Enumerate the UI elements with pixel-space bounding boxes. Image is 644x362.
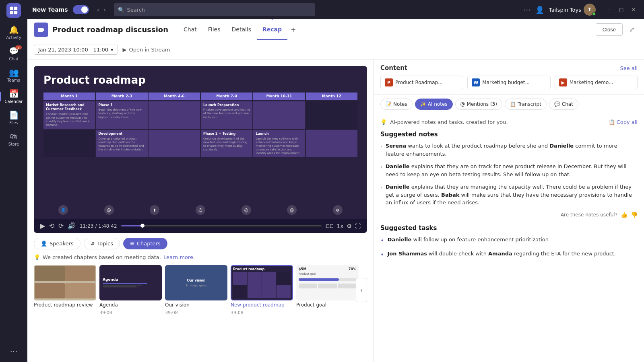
learn-more-link[interactable]: Learn more. <box>163 254 195 260</box>
phase-market: Market Research and Customer Feedback Co… <box>43 101 95 129</box>
meeting-header-right: Close ⤢ <box>596 23 638 36</box>
slide-content: Month 1 Month 2-3 Month 4-6 Month 7-9 Mo… <box>43 93 357 177</box>
file-item-ppt[interactable]: P Product Roadmap... <box>380 76 463 89</box>
settings-button[interactable]: ⚙ <box>347 223 352 229</box>
chapter-time-3: 39:08 <box>165 310 227 315</box>
search-placeholder: Search <box>127 7 145 13</box>
month-6: Month 12 <box>306 93 357 100</box>
thumbs-up-button[interactable]: 👍 <box>621 212 627 218</box>
teams-toggle[interactable] <box>73 5 89 14</box>
bullet-icon: • <box>380 236 384 246</box>
svg-rect-0 <box>10 7 13 10</box>
sidebar-item-files[interactable]: 📄 Files <box>0 108 27 128</box>
rewind-button[interactable]: ⟲ <box>49 222 54 230</box>
expand-button[interactable]: ⤢ <box>626 23 638 36</box>
month-5: Month 10-11 <box>253 93 305 100</box>
chapter-thumb-1[interactable] <box>34 265 96 300</box>
volume-button[interactable]: 🔊 <box>68 222 76 230</box>
file-name-video: Marketing demo... <box>570 80 613 85</box>
video-time: 11:23 / 1:48:42 <box>80 223 117 229</box>
play-button[interactable]: ▶ <box>40 222 45 230</box>
add-tab-button[interactable]: + <box>287 26 299 33</box>
sidebar-item-calendar[interactable]: 📅 Calendar <box>0 86 27 106</box>
close-meeting-button[interactable]: Close <box>596 23 623 36</box>
app-logo[interactable] <box>6 3 21 18</box>
video-ctrl-right: CC 1x ⚙ ⛶ <box>326 223 361 229</box>
phase-1b <box>149 101 200 129</box>
topics-tab[interactable]: # Topics <box>84 238 120 249</box>
sidebar-item-more[interactable]: ··· <box>0 344 27 359</box>
tab-transcript[interactable]: 📋 Transcript <box>505 99 547 110</box>
tab-files[interactable]: Files <box>202 19 226 40</box>
tab-recap[interactable]: ↓ Recap <box>257 19 287 40</box>
chat-badge: 2 <box>15 45 22 49</box>
chat-icon: 💬 <box>554 101 560 107</box>
fullscreen-button[interactable]: ⛶ <box>355 223 361 229</box>
sidebar-item-label: Files <box>9 121 18 125</box>
video-player: Product roadmap Month 1 Month 2-3 Month … <box>34 66 367 233</box>
word-icon: W <box>472 78 480 86</box>
content-files: P Product Roadmap... W Marketing budget.… <box>380 76 638 89</box>
fast-forward-button[interactable]: ⟳ <box>58 222 64 230</box>
app-name: New Teams <box>32 6 68 13</box>
notes-icon: 📝 <box>386 101 392 107</box>
progress-bar[interactable] <box>121 225 322 226</box>
date-selector[interactable]: Jan 21, 2023 10:00 - 11:00 ▾ <box>34 45 118 55</box>
copy-all-button[interactable]: 📋 Copy all <box>609 119 638 125</box>
sub-header: Jan 21, 2023 10:00 - 11:00 ▾ ▶ Open in S… <box>27 40 644 60</box>
file-item-video[interactable]: ▶ Marketing demo... <box>555 76 638 89</box>
content-area: Product roadmap discussion Chat Files De… <box>27 19 644 362</box>
chat-tab-label: Chat <box>562 101 573 107</box>
tab-ai-notes[interactable]: ✨ AI notes <box>415 99 453 110</box>
chapter-thumb-2[interactable]: Agenda <box>99 265 162 300</box>
chapters-next-button[interactable]: › <box>356 278 367 302</box>
store-icon: 🛍 <box>10 132 18 141</box>
presence-icon: 👤 <box>535 6 544 14</box>
chapters-tab[interactable]: ≡ Chapters <box>123 238 167 249</box>
minimize-button[interactable]: – <box>604 4 615 15</box>
open-stream-button[interactable]: ▶ Open in Stream <box>123 47 170 53</box>
chapter-thumb-5[interactable]: $5M 70% Product goal <box>296 265 359 300</box>
chapter-thumb-4[interactable]: Product roadmap <box>231 265 293 300</box>
tab-chat[interactable]: Chat <box>178 19 202 40</box>
cc-button[interactable]: CC <box>326 223 334 229</box>
dropdown-icon: ▾ <box>111 47 114 53</box>
titlebar-right: ··· 👤 Tailspin Toys T – □ ✕ <box>524 4 639 16</box>
sidebar-item-store[interactable]: 🛍 Store <box>0 129 27 149</box>
sidebar-item-chat[interactable]: 💬 Chat 2 <box>0 44 27 64</box>
more-options-button[interactable]: ··· <box>524 6 530 14</box>
tab-notes[interactable]: 📝 Notes <box>380 99 413 110</box>
chevron-icon: › <box>380 143 382 158</box>
forward-button[interactable]: › <box>102 4 107 15</box>
sidebar-item-teams[interactable]: 👥 Teams <box>0 65 27 85</box>
recap-arrow: ↓ <box>269 19 275 21</box>
close-button[interactable]: ✕ <box>628 4 639 15</box>
note-text-1: Serena wants to look at the product road… <box>386 142 638 158</box>
window-controls: – □ ✕ <box>604 4 639 15</box>
file-item-word[interactable]: W Marketing budget... <box>467 76 550 89</box>
meeting-title: Product roadmap discussion <box>52 25 168 34</box>
avatar[interactable]: T <box>584 4 596 16</box>
titlebar: New Teams ‹ › 🔍 Search ··· 👤 Tailspin To… <box>27 0 644 19</box>
speed-button[interactable]: 1x <box>336 223 343 229</box>
phase-row-2: Development Develop a detailed product r… <box>43 130 357 157</box>
tab-details[interactable]: Details <box>226 19 257 40</box>
speakers-icon: 👤 <box>41 241 47 247</box>
right-panel: Content See all P Product Roadmap... W M… <box>374 60 644 362</box>
ai-header: 💡 AI-powered notes and tasks, created fo… <box>380 119 638 125</box>
see-all-button[interactable]: See all <box>620 65 638 71</box>
phase-phase2: Phase 2 + Testing Continue development o… <box>201 130 252 157</box>
speaker-3: ⬆ <box>150 205 159 215</box>
chapter-thumb-3[interactable]: Our vision Strategic goals <box>165 265 227 300</box>
chapter-label-1: Product roadmap review <box>34 302 96 309</box>
tab-chat[interactable]: 💬 Chat <box>549 99 578 110</box>
thumbs-down-button[interactable]: 👎 <box>631 212 638 218</box>
maximize-button[interactable]: □ <box>616 4 627 15</box>
back-button[interactable]: ‹ <box>95 4 101 15</box>
video-icon: ▶ <box>559 78 567 86</box>
chapter-item: Agenda Agenda 39:08 <box>99 265 162 315</box>
tab-mentions[interactable]: @ Mentions (3) <box>455 99 502 110</box>
speakers-tab[interactable]: 👤 Speakers <box>34 238 80 249</box>
sidebar-item-activity[interactable]: 🔔 Activity <box>0 23 27 42</box>
search-bar[interactable]: 🔍 Search <box>114 3 315 16</box>
